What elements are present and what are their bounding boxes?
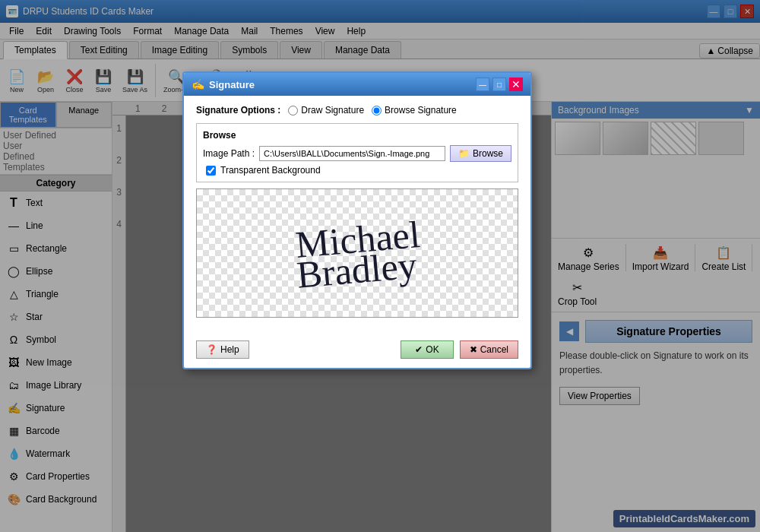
draw-sig-option[interactable]: Draw Signature: [288, 105, 364, 116]
browse-btn-label: Browse: [473, 148, 503, 159]
sig-options-row: Signature Options : Draw Signature Brows…: [196, 105, 518, 116]
sig-preview-text: Michael Bradley: [295, 211, 420, 295]
cancel-button[interactable]: ✖ Cancel: [460, 340, 518, 359]
signature-dialog: ✍ Signature — □ ✕ Signature Options : Dr…: [182, 71, 532, 369]
browse-button[interactable]: 📁 Browse: [450, 145, 511, 162]
sig-line2: Bradley: [293, 244, 421, 296]
ok-icon: ✔: [415, 344, 423, 355]
dialog-action-btns: ✔ OK ✖ Cancel: [401, 340, 518, 359]
browse-btn-icon: 📁: [458, 148, 470, 159]
ok-button[interactable]: ✔ OK: [401, 340, 453, 359]
ok-label: OK: [426, 344, 439, 355]
draw-sig-radio[interactable]: [288, 106, 298, 116]
browse-sig-radio[interactable]: [372, 106, 382, 116]
transparent-bg-label: Transparent Background: [220, 165, 321, 176]
cancel-label: Cancel: [480, 344, 508, 355]
dialog-title-text: Signature: [209, 79, 476, 90]
browse-sig-label: Browse Signature: [385, 105, 457, 116]
dialog-minimize-btn[interactable]: —: [476, 78, 489, 91]
sig-options-label: Signature Options :: [196, 105, 280, 116]
dialog-body: Signature Options : Draw Signature Brows…: [184, 96, 530, 336]
dialog-title-bar: ✍ Signature — □ ✕: [184, 73, 530, 96]
browse-section-label: Browse: [203, 130, 511, 141]
dialog-close-btn[interactable]: ✕: [509, 78, 523, 91]
help-button[interactable]: ❓ Help: [196, 340, 249, 359]
help-label: Help: [220, 344, 239, 355]
transparent-row: Transparent Background: [203, 162, 511, 176]
transparent-bg-checkbox[interactable]: [206, 166, 216, 176]
dialog-footer: ❓ Help ✔ OK ✖ Cancel: [184, 336, 530, 368]
image-path-input[interactable]: [259, 146, 445, 161]
cancel-icon: ✖: [470, 344, 477, 355]
browse-row: Image Path : 📁 Browse: [203, 145, 511, 162]
image-path-label: Image Path :: [203, 148, 255, 159]
sig-preview: Michael Bradley: [196, 188, 518, 318]
help-icon: ❓: [206, 344, 217, 355]
dialog-overlay: ✍ Signature — □ ✕ Signature Options : Dr…: [0, 0, 760, 532]
browse-sig-option[interactable]: Browse Signature: [372, 105, 457, 116]
dialog-title-icon: ✍: [192, 78, 204, 90]
browse-section: Browse Image Path : 📁 Browse Transparent…: [196, 123, 518, 182]
dialog-maximize-btn[interactable]: □: [492, 78, 506, 91]
draw-sig-label: Draw Signature: [301, 105, 364, 116]
